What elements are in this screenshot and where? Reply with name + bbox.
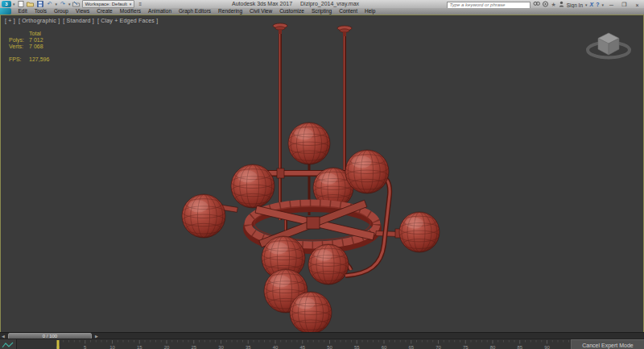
new-scene-icon[interactable] bbox=[17, 1, 25, 7]
current-frame-marker[interactable] bbox=[57, 340, 60, 349]
stats-polys-value: 7 012 bbox=[29, 37, 49, 44]
restore-button[interactable]: ❐ bbox=[619, 2, 630, 8]
svg-text:15: 15 bbox=[137, 345, 142, 349]
menu-graph-editors[interactable]: Graph Editors bbox=[175, 8, 215, 15]
model-sphere[interactable] bbox=[182, 194, 225, 238]
model-sphere[interactable] bbox=[308, 244, 349, 285]
svg-text:75: 75 bbox=[463, 345, 469, 349]
menu-modifiers[interactable]: Modifiers bbox=[116, 8, 144, 15]
redo-caret-icon[interactable]: ▾ bbox=[68, 1, 71, 7]
menu-customize[interactable]: Customize bbox=[276, 8, 308, 15]
favorites-star-icon[interactable]: ★ bbox=[551, 2, 555, 8]
menu-scripting[interactable]: Scripting bbox=[308, 8, 335, 15]
app-menu-caret-icon[interactable]: ▾ bbox=[13, 1, 15, 7]
stats-verts-label: Verts: bbox=[9, 44, 29, 50]
stats-total-header: Total bbox=[29, 31, 49, 37]
viewport-general-menu[interactable]: [ + ] bbox=[5, 18, 15, 23]
window-title: Autodesk 3ds Max 2017 Dizipro_2014_vray.… bbox=[232, 1, 359, 6]
menu-content[interactable]: Content bbox=[336, 8, 361, 15]
menu-group[interactable]: Group bbox=[50, 8, 72, 15]
undo-icon[interactable]: ↶ bbox=[46, 1, 54, 7]
mini-curve-editor-button[interactable] bbox=[0, 339, 17, 349]
svg-text:80: 80 bbox=[490, 345, 496, 349]
viewport[interactable]: [ + ][ Orthographic ][ Standard ][ Clay … bbox=[0, 15, 644, 333]
help-caret-icon[interactable]: ▾ bbox=[601, 2, 604, 8]
timeline-ruler[interactable]: 0510152025303540455055606570758085909510… bbox=[0, 339, 644, 349]
menu-animation[interactable]: Animation bbox=[145, 8, 175, 15]
title-bar: 3 ▾ ↶ ▾ ↷ ▾ Workspace: Default ▾ ≡ bbox=[0, 0, 644, 8]
file-name: Dizipro_2014_vray.max bbox=[300, 1, 359, 6]
close-button[interactable]: × bbox=[632, 2, 642, 8]
menu-create[interactable]: Create bbox=[93, 8, 117, 15]
svg-text:60: 60 bbox=[382, 345, 387, 349]
toolbar-customize-icon[interactable]: ≡ bbox=[136, 1, 144, 7]
svg-text:70: 70 bbox=[436, 345, 441, 349]
svg-text:85: 85 bbox=[517, 345, 522, 349]
application-menu-icon[interactable] bbox=[0, 8, 11, 15]
help-icon[interactable]: ? bbox=[596, 2, 599, 8]
svg-text:55: 55 bbox=[354, 345, 360, 349]
svg-text:5: 5 bbox=[84, 345, 87, 349]
svg-text:20: 20 bbox=[164, 345, 170, 349]
workspace-caret-icon: ▾ bbox=[130, 1, 132, 7]
menu-civil-view[interactable]: Civil View bbox=[246, 8, 276, 15]
menu-edit[interactable]: Edit bbox=[14, 8, 31, 15]
3dsmax-logo-icon[interactable]: 3 bbox=[2, 1, 11, 7]
3d-scene[interactable] bbox=[1, 15, 643, 332]
stats-fps-label: FPS: bbox=[9, 56, 29, 63]
track-bar[interactable]: 0510152025303540455055606570758085909510… bbox=[0, 339, 644, 349]
viewport-label: [ + ][ Orthographic ][ Standard ][ Clay … bbox=[5, 18, 158, 23]
redo-icon[interactable]: ↷ bbox=[59, 1, 67, 7]
svg-text:90: 90 bbox=[544, 345, 550, 349]
statistics-overlay: Total Polys: 7 012 Verts: 7 068 FPS: 127… bbox=[9, 31, 49, 63]
svg-text:35: 35 bbox=[246, 345, 251, 349]
3dsmax-window: 3 ▾ ↶ ▾ ↷ ▾ Workspace: Default ▾ ≡ bbox=[0, 0, 644, 349]
menu-help[interactable]: Help bbox=[361, 8, 378, 15]
svg-text:65: 65 bbox=[408, 345, 414, 349]
menu-rendering[interactable]: Rendering bbox=[215, 8, 246, 15]
open-file-icon[interactable] bbox=[27, 1, 35, 7]
workspace-dropdown[interactable]: Workspace: Default ▾ bbox=[82, 0, 135, 8]
svg-text:30: 30 bbox=[218, 345, 224, 349]
viewcube[interactable] bbox=[580, 23, 637, 69]
svg-text:40: 40 bbox=[273, 345, 279, 349]
stats-polys-label: Polys: bbox=[9, 37, 29, 44]
viewport-pov-menu[interactable]: [ Orthographic ] bbox=[19, 18, 60, 23]
menu-tools[interactable]: Tools bbox=[31, 8, 50, 15]
stats-fps-value: 127,596 bbox=[29, 56, 49, 63]
viewport-renderer-menu[interactable]: [ Standard ] bbox=[63, 18, 94, 23]
cancel-expert-mode-button[interactable]: Cancel Expert Mode bbox=[571, 339, 644, 349]
workspace-label: Workspace: Default bbox=[85, 2, 127, 6]
svg-text:45: 45 bbox=[299, 345, 305, 349]
a360-icon[interactable]: X bbox=[590, 2, 594, 8]
model-sphere[interactable] bbox=[288, 123, 330, 164]
undo-caret-icon[interactable]: ▾ bbox=[56, 1, 58, 7]
svg-text:50: 50 bbox=[327, 345, 332, 349]
svg-text:25: 25 bbox=[191, 345, 196, 349]
viewport-shading-menu[interactable]: [ Clay + Edged Faces ] bbox=[97, 18, 158, 23]
stats-verts-value: 7 068 bbox=[29, 44, 49, 50]
model-sphere[interactable] bbox=[290, 292, 332, 332]
model-sphere[interactable] bbox=[345, 150, 389, 193]
model-sphere[interactable] bbox=[231, 164, 275, 208]
app-title: Autodesk 3ds Max 2017 bbox=[232, 1, 292, 6]
svg-text:10: 10 bbox=[109, 345, 115, 349]
quick-access-toolbar: 3 ▾ ↶ ▾ ↷ ▾ Workspace: Default ▾ ≡ bbox=[0, 0, 144, 8]
menu-views[interactable]: Views bbox=[72, 8, 93, 15]
sign-in-button[interactable]: Sign In bbox=[567, 2, 583, 8]
set-project-folder-icon[interactable] bbox=[72, 1, 80, 7]
model-sphere[interactable] bbox=[399, 212, 440, 252]
minimize-button[interactable]: ─ bbox=[606, 2, 617, 8]
menu-bar: EditToolsGroupViewsCreateModifiersAnimat… bbox=[0, 8, 644, 15]
save-file-icon[interactable] bbox=[36, 1, 44, 7]
sign-in-caret-icon[interactable]: ▾ bbox=[585, 2, 588, 8]
